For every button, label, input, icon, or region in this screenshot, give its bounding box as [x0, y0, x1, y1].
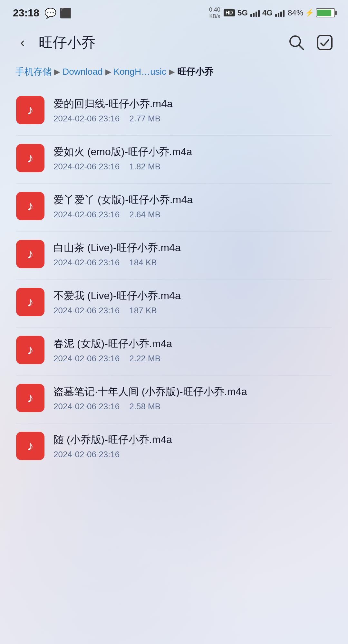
- file-info-8: 随 (小乔版)-旺仔小乔.m4a 2024-02-06 23:16: [53, 432, 332, 459]
- 4g-badge: 4G: [262, 8, 273, 17]
- file-date-4: 2024-02-06 23:16: [53, 258, 120, 268]
- file-meta-8: 2024-02-06 23:16: [53, 450, 332, 459]
- file-name-5: 不爱我 (Live)-旺仔小乔.m4a: [53, 289, 332, 303]
- file-date-1: 2024-02-06 23:16: [53, 114, 120, 124]
- 5g-badge: 5G: [237, 8, 248, 17]
- search-button[interactable]: [286, 32, 307, 53]
- file-icon-7: ♪: [16, 384, 44, 412]
- file-icon-2: ♪: [16, 144, 44, 172]
- status-right-area: 0.40 KB/s HD 5G 4G 84% ⚡: [209, 6, 335, 20]
- breadcrumb-arrow-3: ▶: [169, 67, 175, 76]
- file-size-7: 2.58 MB: [129, 402, 160, 412]
- search-icon: [288, 34, 305, 51]
- network-speed: 0.40 KB/s: [209, 6, 220, 20]
- file-info-5: 不爱我 (Live)-旺仔小乔.m4a 2024-02-06 23:16 187…: [53, 289, 332, 316]
- battery-percent: 84%: [288, 8, 303, 17]
- file-name-8: 随 (小乔版)-旺仔小乔.m4a: [53, 432, 332, 447]
- file-size-1: 2.77 MB: [129, 114, 160, 124]
- select-button[interactable]: [314, 32, 335, 53]
- file-date-3: 2024-02-06 23:16: [53, 210, 120, 220]
- status-bar: 23:18 💬 ⬛ 0.40 KB/s HD 5G 4G: [0, 0, 348, 23]
- music-note-icon: ♪: [27, 102, 34, 118]
- breadcrumb-kongmusic[interactable]: KongH…usic: [114, 67, 166, 77]
- list-item[interactable]: ♪ 白山茶 (Live)-旺仔小乔.m4a 2024-02-06 23:16 1…: [10, 232, 338, 277]
- file-meta-4: 2024-02-06 23:16 184 KB: [53, 258, 332, 268]
- file-name-6: 春泥 (女版)-旺仔小乔.m4a: [53, 336, 332, 351]
- file-meta-3: 2024-02-06 23:16 2.64 MB: [53, 210, 332, 220]
- file-size-2: 1.82 MB: [129, 162, 160, 172]
- svg-line-1: [299, 45, 304, 50]
- breadcrumb-download[interactable]: Download: [63, 67, 103, 77]
- file-name-7: 盗墓笔记·十年人间 (小乔版)-旺仔小乔.m4a: [53, 384, 332, 399]
- file-info-6: 春泥 (女版)-旺仔小乔.m4a 2024-02-06 23:16 2.22 M…: [53, 336, 332, 364]
- music-note-icon: ♪: [27, 342, 34, 358]
- music-note-icon: ♪: [27, 294, 34, 310]
- back-chevron-icon: ‹: [20, 36, 25, 49]
- breadcrumb-arrow-2: ▶: [105, 67, 111, 76]
- file-date-5: 2024-02-06 23:16: [53, 306, 120, 316]
- list-item[interactable]: ♪ 春泥 (女版)-旺仔小乔.m4a 2024-02-06 23:16 2.22…: [10, 327, 338, 373]
- file-meta-7: 2024-02-06 23:16 2.58 MB: [53, 402, 332, 412]
- list-item[interactable]: ♪ 爱的回归线-旺仔小乔.m4a 2024-02-06 23:16 2.77 M…: [10, 88, 338, 133]
- file-info-3: 爱丫爱丫 (女版)-旺仔小乔.m4a 2024-02-06 23:16 2.64…: [53, 193, 332, 220]
- hd-badge: HD: [224, 9, 235, 16]
- file-date-8: 2024-02-06 23:16: [53, 450, 120, 459]
- music-note-icon: ♪: [27, 438, 34, 454]
- checkbox-icon: [316, 34, 333, 51]
- time-display: 23:18: [13, 7, 39, 19]
- list-item[interactable]: ♪ 盗墓笔记·十年人间 (小乔版)-旺仔小乔.m4a 2024-02-06 23…: [10, 375, 338, 421]
- file-icon-1: ♪: [16, 96, 44, 124]
- battery-area: 84% ⚡: [288, 8, 335, 17]
- breadcrumb-arrow-1: ▶: [54, 67, 60, 76]
- battery-icon: [316, 8, 335, 17]
- breadcrumb-current: 旺仔小乔: [177, 66, 213, 78]
- file-icon-6: ♪: [16, 336, 44, 364]
- list-item[interactable]: ♪ 爱丫爱丫 (女版)-旺仔小乔.m4a 2024-02-06 23:16 2.…: [10, 184, 338, 229]
- breadcrumb: 手机存储 ▶ Download ▶ KongH…usic ▶ 旺仔小乔: [0, 62, 348, 88]
- notification-icon: ⬛: [60, 7, 72, 19]
- music-note-icon: ♪: [27, 246, 34, 262]
- svg-rect-2: [318, 35, 332, 50]
- wechat-icon: 💬: [44, 7, 56, 19]
- file-size-4: 184 KB: [129, 258, 157, 268]
- file-icon-5: ♪: [16, 288, 44, 316]
- file-list: ♪ 爱的回归线-旺仔小乔.m4a 2024-02-06 23:16 2.77 M…: [0, 88, 348, 469]
- file-info-1: 爱的回归线-旺仔小乔.m4a 2024-02-06 23:16 2.77 MB: [53, 97, 332, 124]
- file-info-7: 盗墓笔记·十年人间 (小乔版)-旺仔小乔.m4a 2024-02-06 23:1…: [53, 384, 332, 412]
- network-badges: HD 5G 4G: [224, 8, 285, 17]
- file-date-6: 2024-02-06 23:16: [53, 354, 120, 364]
- back-button[interactable]: ‹: [13, 33, 32, 52]
- music-note-icon: ♪: [27, 390, 34, 406]
- file-size-3: 2.64 MB: [129, 210, 160, 220]
- status-time-area: 23:18 💬 ⬛: [13, 7, 72, 19]
- file-icon-3: ♪: [16, 192, 44, 220]
- list-item[interactable]: ♪ 不爱我 (Live)-旺仔小乔.m4a 2024-02-06 23:16 1…: [10, 279, 338, 325]
- file-size-6: 2.22 MB: [129, 354, 160, 364]
- file-meta-6: 2024-02-06 23:16 2.22 MB: [53, 354, 332, 364]
- file-name-4: 白山茶 (Live)-旺仔小乔.m4a: [53, 241, 332, 255]
- notification-icons: 💬 ⬛: [44, 7, 72, 19]
- file-name-3: 爱丫爱丫 (女版)-旺仔小乔.m4a: [53, 193, 332, 207]
- file-date-2: 2024-02-06 23:16: [53, 162, 120, 172]
- signal-bars-4g: [275, 9, 285, 17]
- list-item[interactable]: ♪ 爱如火 (emo版)-旺仔小乔.m4a 2024-02-06 23:16 1…: [10, 136, 338, 181]
- file-info-2: 爱如火 (emo版)-旺仔小乔.m4a 2024-02-06 23:16 1.8…: [53, 145, 332, 172]
- file-size-5: 187 KB: [129, 306, 157, 316]
- file-name-2: 爱如火 (emo版)-旺仔小乔.m4a: [53, 145, 332, 159]
- breadcrumb-phone-storage[interactable]: 手机存储: [15, 66, 52, 78]
- file-meta-2: 2024-02-06 23:16 1.82 MB: [53, 162, 332, 172]
- file-info-4: 白山茶 (Live)-旺仔小乔.m4a 2024-02-06 23:16 184…: [53, 241, 332, 268]
- file-meta-1: 2024-02-06 23:16 2.77 MB: [53, 114, 332, 124]
- page-title: 旺仔小乔: [39, 33, 280, 52]
- lightning-icon: ⚡: [305, 9, 314, 17]
- header-actions: [286, 32, 335, 53]
- file-icon-8: ♪: [16, 432, 44, 460]
- file-meta-5: 2024-02-06 23:16 187 KB: [53, 306, 332, 316]
- file-icon-4: ♪: [16, 240, 44, 268]
- file-name-1: 爱的回归线-旺仔小乔.m4a: [53, 97, 332, 111]
- music-note-icon: ♪: [27, 198, 34, 214]
- file-date-7: 2024-02-06 23:16: [53, 402, 120, 412]
- music-note-icon: ♪: [27, 150, 34, 166]
- signal-bars-5g: [250, 9, 260, 17]
- list-item[interactable]: ♪ 随 (小乔版)-旺仔小乔.m4a 2024-02-06 23:16: [10, 423, 338, 469]
